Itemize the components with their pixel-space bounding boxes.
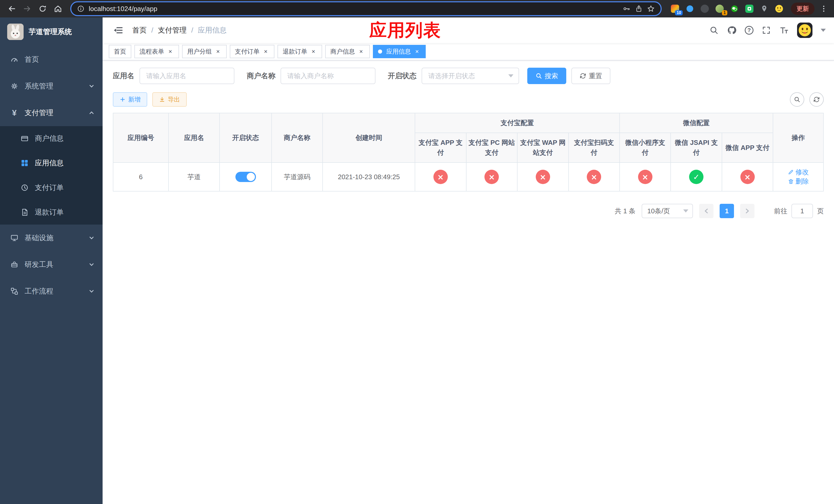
- fullscreen-icon[interactable]: [762, 26, 771, 35]
- tab-label: 用户分组: [187, 47, 212, 55]
- sidebar-item-label: 退款订单: [35, 207, 64, 217]
- tab-home[interactable]: 首页: [109, 45, 131, 58]
- prev-page-button[interactable]: [699, 204, 714, 218]
- sidebar-item-home[interactable]: 首页: [0, 46, 103, 73]
- reset-button[interactable]: 重置: [571, 68, 610, 84]
- sidebar-item-merchant-info[interactable]: 商户信息: [0, 126, 103, 151]
- delete-link[interactable]: 删除: [788, 177, 809, 186]
- browser-menu-icon[interactable]: [819, 5, 829, 13]
- back-icon[interactable]: [5, 2, 19, 15]
- extension-icon-1[interactable]: 10: [671, 4, 680, 13]
- tab-payment-orders[interactable]: 支付订单 ×: [230, 45, 275, 58]
- col-header-alipay-app: 支付宝 APP 支付: [415, 133, 466, 162]
- extension-icon-4[interactable]: 1: [715, 4, 724, 13]
- font-size-icon[interactable]: [779, 25, 789, 35]
- enable-switch[interactable]: [236, 172, 256, 182]
- site-info-icon[interactable]: [77, 5, 85, 13]
- status-icon-alipay-app: ×: [433, 170, 448, 184]
- status-select[interactable]: 请选择开启状态: [422, 68, 519, 84]
- filter-form: 应用名 商户名称 开启状态 请选择开启状态 搜索 重置: [113, 68, 824, 84]
- bookmark-star-icon[interactable]: [647, 5, 655, 13]
- tab-app-info[interactable]: 应用信息 ×: [373, 45, 426, 58]
- tab-merchant-info[interactable]: 商户信息 ×: [325, 45, 370, 58]
- search-button[interactable]: 搜索: [527, 68, 566, 84]
- next-page-button[interactable]: [740, 204, 754, 218]
- sidebar-item-workflow[interactable]: 工作流程: [0, 278, 103, 304]
- sidebar-item-label: 支付订单: [35, 183, 64, 192]
- help-icon[interactable]: ?: [745, 26, 753, 35]
- chevron-down-icon: [89, 289, 94, 294]
- hamburger-icon[interactable]: [111, 23, 125, 38]
- add-button[interactable]: 新增: [113, 92, 147, 107]
- close-icon[interactable]: ×: [214, 48, 222, 55]
- close-icon[interactable]: ×: [357, 48, 365, 55]
- app-table: 应用编号 应用名 开启状态 商户名称 创建时间 支付宝配置 微信配置 操作 支付…: [113, 113, 824, 191]
- close-icon[interactable]: ×: [413, 48, 421, 55]
- gear-icon: [10, 82, 19, 90]
- app-logo[interactable]: 芋道管理系统: [0, 18, 103, 46]
- browser-update-button[interactable]: 更新: [791, 3, 814, 15]
- cell-created-time: 2021-10-23 08:49:25: [323, 162, 415, 191]
- tab-refund-orders[interactable]: 退款订单 ×: [278, 45, 322, 58]
- merchant-name-input[interactable]: [281, 68, 375, 84]
- green-extension-icon[interactable]: [745, 4, 754, 13]
- caret-down-icon[interactable]: [821, 29, 826, 32]
- pin-extension-icon[interactable]: [760, 4, 769, 13]
- sidebar-item-label: 商户信息: [35, 134, 64, 143]
- refresh-button[interactable]: [809, 92, 824, 107]
- sidebar-item-label: 系统管理: [25, 81, 53, 91]
- sidebar-item-infrastructure[interactable]: 基础设施: [0, 225, 103, 251]
- breadcrumb-home[interactable]: 首页: [132, 25, 147, 35]
- tab-label: 支付订单: [235, 47, 260, 55]
- status-label: 开启状态: [388, 71, 416, 81]
- password-key-icon[interactable]: [623, 5, 631, 13]
- logo-image: [7, 24, 24, 40]
- search-icon[interactable]: [709, 26, 719, 35]
- app-name-input[interactable]: [139, 68, 235, 84]
- extension-badge: 10: [675, 10, 683, 15]
- close-icon[interactable]: ×: [167, 48, 174, 55]
- tab-process-form[interactable]: 流程表单 ×: [134, 45, 179, 58]
- caret-down-icon: [683, 209, 688, 212]
- sidebar-item-label: 首页: [25, 54, 39, 64]
- tab-user-groups[interactable]: 用户分组 ×: [182, 45, 227, 58]
- group-header-wechat: 微信配置: [620, 113, 773, 133]
- table-row: 6 芋道 芋道源码 2021-10-23 08:49:25 × × × × × …: [113, 162, 824, 191]
- breadcrumb-payment[interactable]: 支付管理: [158, 25, 187, 35]
- user-avatar[interactable]: [797, 23, 812, 38]
- share-icon[interactable]: [635, 5, 643, 13]
- home-icon[interactable]: [51, 2, 65, 15]
- page-number-button[interactable]: 1: [720, 204, 734, 218]
- caret-down-icon: [508, 74, 513, 77]
- sidebar-item-payment[interactable]: ¥ 支付管理: [0, 99, 103, 126]
- page-size-select[interactable]: 10条/页: [642, 204, 693, 218]
- export-button[interactable]: 导出: [152, 92, 187, 107]
- pagination: 共 1 条 10条/页 1 前往 页: [113, 204, 824, 218]
- close-icon[interactable]: ×: [262, 48, 269, 55]
- sidebar-item-payment-orders[interactable]: 支付订单: [0, 175, 103, 200]
- sidebar-item-dev-tools[interactable]: 研发工具: [0, 251, 103, 278]
- order-icon: [21, 184, 29, 192]
- close-icon[interactable]: ×: [310, 48, 317, 55]
- goto-page-input[interactable]: [791, 204, 813, 218]
- extension-icon-2[interactable]: [685, 4, 695, 13]
- extension-icon-3[interactable]: [700, 4, 709, 13]
- col-header-created: 创建时间: [323, 113, 415, 162]
- wechat-extension-icon[interactable]: [730, 4, 739, 13]
- sidebar-item-system[interactable]: 系统管理: [0, 73, 103, 99]
- github-icon[interactable]: [727, 25, 737, 35]
- sidebar-item-refund-orders[interactable]: 退款订单: [0, 200, 103, 225]
- reload-icon[interactable]: [36, 2, 49, 15]
- address-bar[interactable]: localhost:1024/pay/app: [71, 2, 661, 16]
- sidebar: 芋道管理系统 首页 系统管理 ¥ 支付管理: [0, 18, 103, 504]
- status-icon-wx-app: ×: [740, 170, 755, 184]
- breadcrumb: 首页 / 支付管理 / 应用信息: [132, 25, 227, 35]
- profile-avatar-icon[interactable]: [774, 4, 784, 13]
- forward-icon[interactable]: [21, 2, 34, 15]
- edit-link[interactable]: 修改: [788, 168, 809, 177]
- chevron-up-icon: [89, 110, 94, 116]
- url-text[interactable]: localhost:1024/pay/app: [89, 5, 157, 13]
- toggle-search-button[interactable]: [790, 92, 804, 107]
- tab-label: 退款订单: [283, 47, 307, 55]
- sidebar-item-app-info[interactable]: 应用信息: [0, 151, 103, 175]
